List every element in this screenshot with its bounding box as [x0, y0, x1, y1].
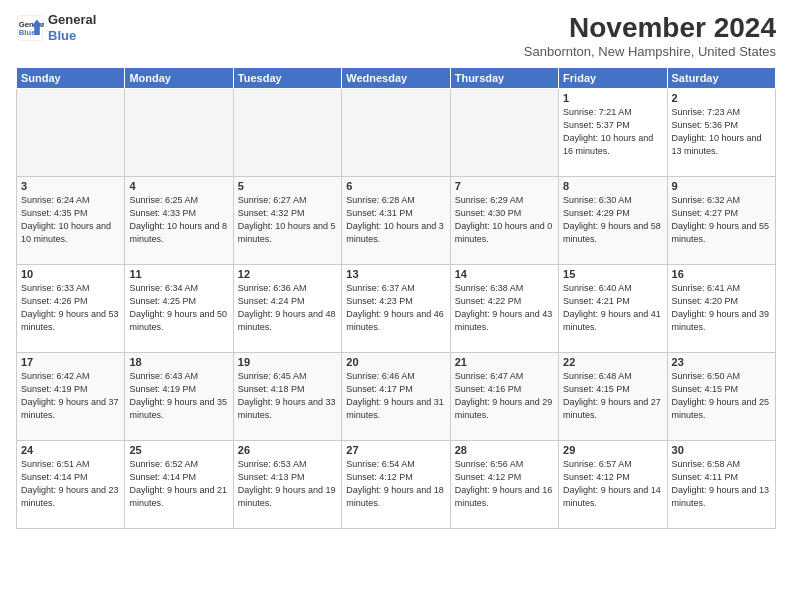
- day-info: Sunrise: 6:51 AM Sunset: 4:14 PM Dayligh…: [21, 458, 120, 510]
- day-info: Sunrise: 6:48 AM Sunset: 4:15 PM Dayligh…: [563, 370, 662, 422]
- day-number: 29: [563, 444, 662, 456]
- day-info: Sunrise: 6:30 AM Sunset: 4:29 PM Dayligh…: [563, 194, 662, 246]
- calendar-cell: 28Sunrise: 6:56 AM Sunset: 4:12 PM Dayli…: [450, 441, 558, 529]
- calendar-cell: 7Sunrise: 6:29 AM Sunset: 4:30 PM Daylig…: [450, 177, 558, 265]
- calendar-week-3: 17Sunrise: 6:42 AM Sunset: 4:19 PM Dayli…: [17, 353, 776, 441]
- day-info: Sunrise: 6:32 AM Sunset: 4:27 PM Dayligh…: [672, 194, 771, 246]
- day-number: 23: [672, 356, 771, 368]
- calendar-week-0: 1Sunrise: 7:21 AM Sunset: 5:37 PM Daylig…: [17, 89, 776, 177]
- calendar-cell: 10Sunrise: 6:33 AM Sunset: 4:26 PM Dayli…: [17, 265, 125, 353]
- calendar-week-2: 10Sunrise: 6:33 AM Sunset: 4:26 PM Dayli…: [17, 265, 776, 353]
- day-info: Sunrise: 6:43 AM Sunset: 4:19 PM Dayligh…: [129, 370, 228, 422]
- day-number: 2: [672, 92, 771, 104]
- calendar-cell: 3Sunrise: 6:24 AM Sunset: 4:35 PM Daylig…: [17, 177, 125, 265]
- day-info: Sunrise: 6:57 AM Sunset: 4:12 PM Dayligh…: [563, 458, 662, 510]
- day-number: 26: [238, 444, 337, 456]
- calendar-header-friday: Friday: [559, 68, 667, 89]
- calendar-cell: 21Sunrise: 6:47 AM Sunset: 4:16 PM Dayli…: [450, 353, 558, 441]
- day-info: Sunrise: 6:38 AM Sunset: 4:22 PM Dayligh…: [455, 282, 554, 334]
- svg-text:Blue: Blue: [19, 28, 36, 37]
- page: General Blue General Blue November 2024 …: [0, 0, 792, 612]
- header: General Blue General Blue November 2024 …: [16, 12, 776, 59]
- day-number: 24: [21, 444, 120, 456]
- calendar-cell: [450, 89, 558, 177]
- day-info: Sunrise: 6:40 AM Sunset: 4:21 PM Dayligh…: [563, 282, 662, 334]
- calendar-header-sunday: Sunday: [17, 68, 125, 89]
- day-number: 10: [21, 268, 120, 280]
- calendar-cell: 17Sunrise: 6:42 AM Sunset: 4:19 PM Dayli…: [17, 353, 125, 441]
- day-number: 12: [238, 268, 337, 280]
- calendar-cell: 13Sunrise: 6:37 AM Sunset: 4:23 PM Dayli…: [342, 265, 450, 353]
- calendar-cell: 4Sunrise: 6:25 AM Sunset: 4:33 PM Daylig…: [125, 177, 233, 265]
- day-number: 6: [346, 180, 445, 192]
- day-info: Sunrise: 7:23 AM Sunset: 5:36 PM Dayligh…: [672, 106, 771, 158]
- calendar-cell: 14Sunrise: 6:38 AM Sunset: 4:22 PM Dayli…: [450, 265, 558, 353]
- calendar: SundayMondayTuesdayWednesdayThursdayFrid…: [16, 67, 776, 529]
- day-number: 1: [563, 92, 662, 104]
- day-number: 8: [563, 180, 662, 192]
- calendar-week-1: 3Sunrise: 6:24 AM Sunset: 4:35 PM Daylig…: [17, 177, 776, 265]
- calendar-cell: 9Sunrise: 6:32 AM Sunset: 4:27 PM Daylig…: [667, 177, 775, 265]
- day-info: Sunrise: 6:56 AM Sunset: 4:12 PM Dayligh…: [455, 458, 554, 510]
- calendar-week-4: 24Sunrise: 6:51 AM Sunset: 4:14 PM Dayli…: [17, 441, 776, 529]
- day-number: 21: [455, 356, 554, 368]
- calendar-cell: [17, 89, 125, 177]
- calendar-cell: [233, 89, 341, 177]
- logo: General Blue General Blue: [16, 12, 96, 43]
- calendar-header-wednesday: Wednesday: [342, 68, 450, 89]
- day-number: 22: [563, 356, 662, 368]
- calendar-cell: 24Sunrise: 6:51 AM Sunset: 4:14 PM Dayli…: [17, 441, 125, 529]
- day-info: Sunrise: 6:37 AM Sunset: 4:23 PM Dayligh…: [346, 282, 445, 334]
- day-info: Sunrise: 6:53 AM Sunset: 4:13 PM Dayligh…: [238, 458, 337, 510]
- calendar-cell: 5Sunrise: 6:27 AM Sunset: 4:32 PM Daylig…: [233, 177, 341, 265]
- day-number: 14: [455, 268, 554, 280]
- day-number: 13: [346, 268, 445, 280]
- day-number: 20: [346, 356, 445, 368]
- day-number: 4: [129, 180, 228, 192]
- logo-text-general: General: [48, 12, 96, 28]
- calendar-cell: 6Sunrise: 6:28 AM Sunset: 4:31 PM Daylig…: [342, 177, 450, 265]
- day-number: 28: [455, 444, 554, 456]
- calendar-header-monday: Monday: [125, 68, 233, 89]
- day-number: 19: [238, 356, 337, 368]
- day-number: 16: [672, 268, 771, 280]
- calendar-cell: 2Sunrise: 7:23 AM Sunset: 5:36 PM Daylig…: [667, 89, 775, 177]
- day-number: 17: [21, 356, 120, 368]
- day-info: Sunrise: 6:28 AM Sunset: 4:31 PM Dayligh…: [346, 194, 445, 246]
- calendar-cell: 1Sunrise: 7:21 AM Sunset: 5:37 PM Daylig…: [559, 89, 667, 177]
- calendar-cell: 27Sunrise: 6:54 AM Sunset: 4:12 PM Dayli…: [342, 441, 450, 529]
- day-info: Sunrise: 6:54 AM Sunset: 4:12 PM Dayligh…: [346, 458, 445, 510]
- day-info: Sunrise: 6:58 AM Sunset: 4:11 PM Dayligh…: [672, 458, 771, 510]
- calendar-cell: 8Sunrise: 6:30 AM Sunset: 4:29 PM Daylig…: [559, 177, 667, 265]
- day-info: Sunrise: 6:24 AM Sunset: 4:35 PM Dayligh…: [21, 194, 120, 246]
- calendar-cell: [342, 89, 450, 177]
- calendar-header-tuesday: Tuesday: [233, 68, 341, 89]
- day-info: Sunrise: 6:50 AM Sunset: 4:15 PM Dayligh…: [672, 370, 771, 422]
- logo-text-blue: Blue: [48, 28, 96, 44]
- location: Sanbornton, New Hampshire, United States: [524, 44, 776, 59]
- day-info: Sunrise: 6:33 AM Sunset: 4:26 PM Dayligh…: [21, 282, 120, 334]
- calendar-cell: 26Sunrise: 6:53 AM Sunset: 4:13 PM Dayli…: [233, 441, 341, 529]
- calendar-cell: 20Sunrise: 6:46 AM Sunset: 4:17 PM Dayli…: [342, 353, 450, 441]
- day-number: 9: [672, 180, 771, 192]
- calendar-cell: 11Sunrise: 6:34 AM Sunset: 4:25 PM Dayli…: [125, 265, 233, 353]
- calendar-cell: [125, 89, 233, 177]
- calendar-cell: 12Sunrise: 6:36 AM Sunset: 4:24 PM Dayli…: [233, 265, 341, 353]
- calendar-cell: 16Sunrise: 6:41 AM Sunset: 4:20 PM Dayli…: [667, 265, 775, 353]
- day-number: 30: [672, 444, 771, 456]
- calendar-cell: 25Sunrise: 6:52 AM Sunset: 4:14 PM Dayli…: [125, 441, 233, 529]
- day-number: 11: [129, 268, 228, 280]
- calendar-cell: 22Sunrise: 6:48 AM Sunset: 4:15 PM Dayli…: [559, 353, 667, 441]
- calendar-header-thursday: Thursday: [450, 68, 558, 89]
- day-info: Sunrise: 6:34 AM Sunset: 4:25 PM Dayligh…: [129, 282, 228, 334]
- calendar-cell: 15Sunrise: 6:40 AM Sunset: 4:21 PM Dayli…: [559, 265, 667, 353]
- day-number: 3: [21, 180, 120, 192]
- day-info: Sunrise: 6:36 AM Sunset: 4:24 PM Dayligh…: [238, 282, 337, 334]
- day-info: Sunrise: 7:21 AM Sunset: 5:37 PM Dayligh…: [563, 106, 662, 158]
- day-number: 27: [346, 444, 445, 456]
- calendar-cell: 23Sunrise: 6:50 AM Sunset: 4:15 PM Dayli…: [667, 353, 775, 441]
- day-info: Sunrise: 6:29 AM Sunset: 4:30 PM Dayligh…: [455, 194, 554, 246]
- calendar-cell: 19Sunrise: 6:45 AM Sunset: 4:18 PM Dayli…: [233, 353, 341, 441]
- day-info: Sunrise: 6:52 AM Sunset: 4:14 PM Dayligh…: [129, 458, 228, 510]
- day-number: 7: [455, 180, 554, 192]
